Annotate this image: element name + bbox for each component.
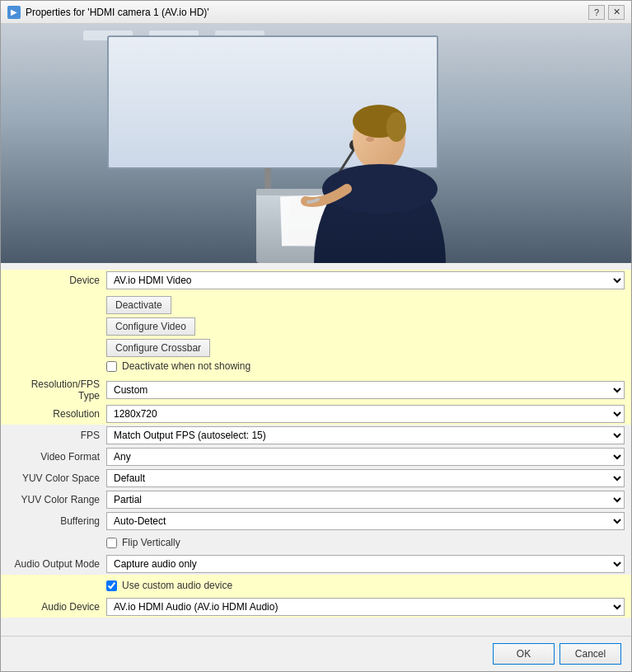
fps-control: Match Output FPS (autoselect: 15) [106,426,625,444]
bottom-spacer [1,618,631,621]
preview-svg [1,24,631,263]
fps-label: FPS [7,430,106,441]
use-custom-audio-control: Use custom audio device [106,580,625,591]
ok-button[interactable]: OK [493,643,555,665]
properties-window: ▶ Properties for 'HDMI camera 1 (AV.io H… [0,0,632,672]
form-area: Device AV.io HDMI Video Deactivate Confi… [1,263,631,636]
buffering-row: Buffering Auto-Detect [1,510,631,532]
device-row: Device AV.io HDMI Video [1,270,631,291]
window-icon: ▶ [7,6,21,19]
yuv-color-range-select[interactable]: Partial [106,491,625,509]
flip-vertically-row: Flip Vertically [1,532,631,553]
use-custom-audio-checkbox-row: Use custom audio device [106,580,232,591]
audio-device-control: AV.io HDMI Audio (AV.io HDMI Audio) [106,598,625,616]
deactivate-button[interactable]: Deactivate [106,296,171,314]
video-format-control: Any [106,448,625,466]
configure-crossbar-button[interactable]: Configure Crossbar [106,339,210,357]
yuv-color-range-control: Partial [106,491,625,509]
deactivate-when-label[interactable]: Deactivate when not showing [122,360,250,372]
flip-vertically-checkbox[interactable] [106,538,117,548]
bottom-bar: OK Cancel [1,636,631,671]
buffering-select[interactable]: Auto-Detect [106,512,625,530]
device-control: AV.io HDMI Video [106,271,625,289]
yuv-color-space-row: YUV Color Space Default [1,468,631,489]
audio-output-select[interactable]: Capture audio only [106,555,625,573]
camera-preview [1,24,631,263]
video-format-select[interactable]: Any [106,448,625,466]
audio-device-label: Audio Device [7,601,106,613]
buffering-control: Auto-Detect [106,512,625,530]
flip-vertically-checkbox-row: Flip Vertically [106,537,180,548]
buttons-row: Deactivate Configure Video Configure Cro… [1,291,631,377]
audio-device-select[interactable]: AV.io HDMI Audio (AV.io HDMI Audio) [106,598,625,616]
resolution-fps-type-select[interactable]: Custom [106,381,625,399]
yuv-color-space-select[interactable]: Default [106,469,625,487]
resolution-row: Resolution 1280x720 [1,403,631,425]
audio-output-control: Capture audio only [106,555,625,573]
buttons-area: Deactivate Configure Video Configure Cro… [106,293,625,375]
resolution-fps-type-row: Resolution/FPS Type Custom [1,377,631,403]
close-button[interactable]: ✕ [608,5,625,20]
configure-video-button[interactable]: Configure Video [106,317,195,336]
video-format-label: Video Format [7,451,106,463]
window-content: Device AV.io HDMI Video Deactivate Confi… [1,24,631,671]
resolution-fps-type-control: Custom [106,381,625,399]
fps-select[interactable]: Match Output FPS (autoselect: 15) [106,426,625,444]
device-select[interactable]: AV.io HDMI Video [106,271,625,289]
yuv-color-range-row: YUV Color Range Partial [1,489,631,510]
audio-output-label: Audio Output Mode [7,558,106,570]
help-button[interactable]: ? [588,5,605,20]
resolution-control: 1280x720 [106,405,625,423]
title-bar: ▶ Properties for 'HDMI camera 1 (AV.io H… [1,1,631,24]
use-custom-audio-label[interactable]: Use custom audio device [122,580,232,591]
video-format-row: Video Format Any [1,446,631,468]
resolution-select[interactable]: 1280x720 [106,405,625,423]
window-title: Properties for 'HDMI camera 1 (AV.io HD)… [26,7,209,18]
action-buttons: Deactivate Configure Video Configure Cro… [106,293,250,375]
svg-point-17 [386,112,406,142]
svg-point-18 [366,137,374,142]
title-bar-buttons: ? ✕ [588,5,625,20]
buffering-label: Buffering [7,515,106,527]
yuv-color-space-label: YUV Color Space [7,472,106,484]
cancel-button[interactable]: Cancel [559,643,621,665]
yuv-color-range-label: YUV Color Range [7,494,106,505]
use-custom-audio-row: Use custom audio device [1,575,631,596]
resolution-label: Resolution [7,408,106,420]
deactivate-when-checkbox[interactable] [106,361,117,372]
resolution-fps-type-label: Resolution/FPS Type [7,378,106,402]
use-custom-audio-checkbox[interactable] [106,580,117,591]
audio-output-row: Audio Output Mode Capture audio only [1,553,631,575]
flip-vertically-control: Flip Vertically [106,537,625,548]
audio-device-row: Audio Device AV.io HDMI Audio (AV.io HDM… [1,596,631,618]
device-label: Device [7,275,106,286]
title-bar-left: ▶ Properties for 'HDMI camera 1 (AV.io H… [7,6,209,19]
deactivate-when-row: Deactivate when not showing [106,360,250,372]
fps-row: FPS Match Output FPS (autoselect: 15) [1,425,631,446]
yuv-color-space-control: Default [106,469,625,487]
flip-vertically-label[interactable]: Flip Vertically [122,537,180,548]
